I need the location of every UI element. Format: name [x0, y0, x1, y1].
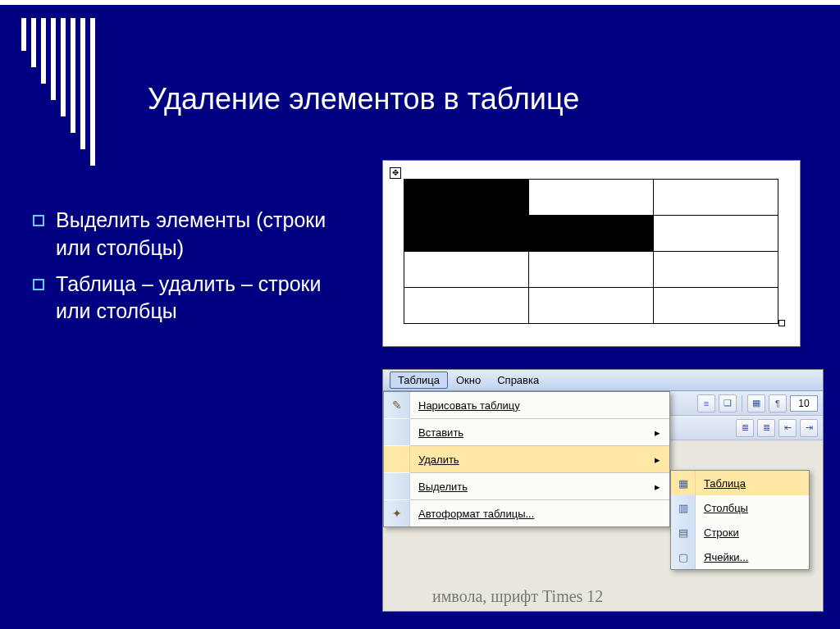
delete-columns-icon: ▥: [671, 495, 696, 520]
word-menu-illustration: Таблица Окно Справка ≡ ❏ ▦ ¶ 10 ≣ ≣ ⇤ ⇥ …: [382, 369, 824, 612]
toolbar-button[interactable]: ▦: [747, 394, 765, 412]
toolbar-separator: [742, 395, 742, 412]
blank-icon: [384, 419, 410, 445]
bullet-item: Выделить элементы (строки или столбцы): [33, 207, 361, 262]
background-document-text: имвола, шрифт Times 12: [432, 587, 603, 606]
submenu-label: Строки: [696, 526, 809, 539]
blank-icon: [384, 473, 410, 499]
submenu-item-columns[interactable]: ▥ Столбцы: [671, 495, 809, 520]
bullet-list: Выделить элементы (строки или столбцы) Т…: [33, 207, 361, 334]
toolbar-button[interactable]: ❏: [719, 394, 737, 412]
menu-item-help[interactable]: Справка: [489, 371, 547, 389]
bullet-marker-icon: [33, 279, 44, 290]
submenu-label: Ячейки...: [696, 551, 809, 563]
menubar: Таблица Окно Справка: [383, 370, 823, 391]
show-hide-button[interactable]: ¶: [769, 394, 787, 412]
slide-title: Удаление элементов в таблице: [148, 82, 579, 116]
submenu-label: Таблица: [696, 477, 809, 490]
submenu-label: Столбцы: [696, 502, 809, 514]
menu-item-insert[interactable]: Вставить ▸: [384, 419, 669, 445]
indent-decrease-button[interactable]: ⇤: [778, 419, 797, 437]
menu-label: Нарисовать таблицу: [410, 399, 651, 412]
delete-table-icon: ▦: [671, 471, 696, 495]
table-resize-handle-icon[interactable]: [778, 320, 785, 326]
table-cell-selected[interactable]: [404, 216, 529, 252]
table-cell[interactable]: [529, 288, 654, 324]
submenu-item-table[interactable]: ▦ Таблица: [671, 471, 809, 495]
menu-label: Автоформат таблицы...: [410, 508, 651, 520]
bullet-text: Выделить элементы (строки или столбцы): [56, 207, 361, 262]
menu-label: Удалить: [410, 454, 651, 466]
submenu-arrow-icon: ▸: [651, 426, 663, 439]
table-cell[interactable]: [529, 252, 654, 288]
submenu-item-rows[interactable]: ▤ Строки: [671, 520, 809, 545]
submenu-item-cells[interactable]: ▢ Ячейки...: [671, 545, 809, 569]
table-cell-selected[interactable]: [529, 216, 654, 252]
table-cell[interactable]: [654, 216, 778, 252]
table-selection-illustration: ✥: [382, 160, 801, 347]
autoformat-icon: ✦: [384, 500, 410, 526]
toolbar-button[interactable]: ≡: [697, 394, 715, 412]
menu-item-table[interactable]: Таблица: [390, 371, 448, 389]
bullet-item: Таблица – удалить – строки или столбцы: [33, 271, 361, 326]
delete-submenu: ▦ Таблица ▥ Столбцы ▤ Строки ▢ Ячейки...: [670, 470, 810, 570]
table-cell[interactable]: [654, 288, 778, 324]
menu-item-autoformat[interactable]: ✦ Автоформат таблицы...: [384, 500, 669, 526]
blank-icon: [384, 446, 410, 472]
menu-item-select[interactable]: Выделить ▸: [384, 473, 669, 499]
table-move-handle-icon[interactable]: ✥: [390, 167, 401, 179]
delete-rows-icon: ▤: [671, 520, 696, 545]
bullet-marker-icon: [33, 215, 44, 226]
table-cell[interactable]: [529, 180, 654, 216]
menu-item-draw-table[interactable]: ✎ Нарисовать таблицу: [384, 392, 669, 418]
menu-label: Выделить: [410, 481, 651, 493]
submenu-arrow-icon: ▸: [651, 454, 663, 466]
submenu-arrow-icon: ▸: [651, 481, 663, 493]
menu-label: Вставить: [410, 426, 651, 439]
slide-top-bar: [0, 0, 840, 5]
sample-table: [404, 179, 778, 324]
zoom-field[interactable]: 10: [790, 395, 818, 412]
bullet-text: Таблица – удалить – строки или столбцы: [56, 271, 361, 326]
decorative-stripes: [21, 18, 95, 166]
table-menu-dropdown: ✎ Нарисовать таблицу Вставить ▸ Удалить …: [383, 391, 670, 527]
table-cell[interactable]: [404, 288, 529, 324]
pencil-icon: ✎: [384, 392, 410, 418]
delete-cells-icon: ▢: [671, 545, 696, 569]
numbering-button[interactable]: ≣: [757, 419, 775, 437]
menu-item-delete[interactable]: Удалить ▸: [384, 446, 669, 472]
menu-item-window[interactable]: Окно: [448, 371, 489, 389]
table-cell[interactable]: [654, 180, 778, 216]
table-cell[interactable]: [404, 252, 529, 288]
table-cell[interactable]: [654, 252, 778, 288]
table-cell-selected[interactable]: [404, 180, 529, 216]
list-button[interactable]: ≣: [736, 419, 754, 437]
indent-increase-button[interactable]: ⇥: [800, 419, 818, 437]
